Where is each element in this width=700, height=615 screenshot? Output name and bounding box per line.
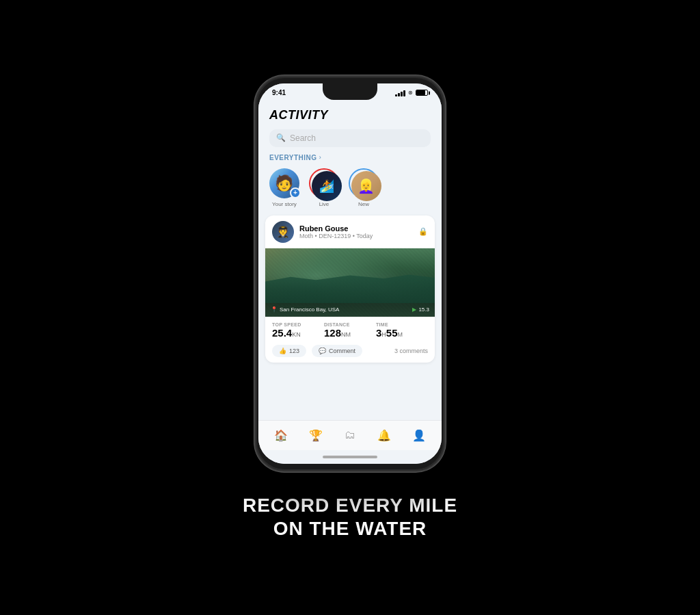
- card-header: 🧑‍✈️ Ruben Gouse Moth • DEN-12319 • Toda…: [265, 215, 435, 248]
- search-icon: 🔍: [276, 133, 286, 142]
- app-content: ACTIVITY 🔍 Search EVERYTHING ›: [258, 103, 442, 420]
- story-add-badge: +: [290, 187, 301, 198]
- thumbs-up-icon: 👍: [279, 348, 286, 354]
- bottom-nav: 🏠 🏆 🗂 🔔 👤: [258, 420, 442, 450]
- stat-value-time: 3H55M: [376, 327, 428, 339]
- user-avatar: 🧑‍✈️: [272, 221, 294, 243]
- search-placeholder: Search: [290, 133, 316, 143]
- story-label-your-story: Your story: [272, 201, 297, 207]
- comment-button[interactable]: 💬 Comment: [312, 345, 362, 357]
- battery-fill: [416, 90, 425, 95]
- stat-value-distance: 128NM: [324, 327, 376, 339]
- play-icon: ▶: [412, 306, 416, 313]
- stat-distance: DISTANCE 128NM: [324, 322, 376, 339]
- stat-label-time: TIME: [376, 322, 428, 327]
- phone-device: 9:41 ⊛ ACTIV: [254, 75, 446, 472]
- stat-label-speed: TOP SPEED: [272, 322, 324, 327]
- activity-title: ACTIVITY: [269, 108, 431, 122]
- lock-icon: 🔒: [418, 227, 428, 236]
- home-bar: [323, 456, 377, 458]
- comment-icon: 💬: [319, 348, 326, 354]
- nav-trophy[interactable]: 🏆: [298, 429, 332, 442]
- tagline: RECORD EVERY MILE ON THE WATER: [243, 494, 457, 540]
- user-details: Ruben Gouse Moth • DEN-12319 • Today: [299, 224, 373, 239]
- comments-count: 3 comments: [394, 348, 428, 354]
- user-meta: Moth • DEN-12319 • Today: [299, 233, 373, 239]
- stories-row: + Your story Live: [258, 166, 442, 213]
- signal-bar-4: [403, 90, 405, 96]
- nav-notifications[interactable]: 🔔: [367, 429, 401, 442]
- status-icons: ⊛: [395, 90, 428, 96]
- like-count: 123: [289, 348, 299, 354]
- story-label-live: Live: [319, 201, 329, 207]
- wifi-icon: ⊛: [408, 90, 413, 96]
- story-avatar-img-live: [312, 171, 342, 201]
- story-avatar-new: [349, 168, 379, 198]
- actions-row: 👍 123 💬 Comment 3 comments: [265, 345, 435, 363]
- nav-home[interactable]: 🏠: [264, 429, 298, 442]
- battery-icon: [416, 90, 428, 96]
- stat-value-speed: 25.4KN: [272, 327, 324, 339]
- phone-screen: 9:41 ⊛ ACTIV: [258, 83, 442, 464]
- chevron-right-icon: ›: [319, 154, 321, 161]
- location-pin-icon: 📍: [271, 306, 278, 313]
- map-location-text: San Francisco Bay, USA: [280, 306, 339, 313]
- phone-notch: [323, 83, 377, 100]
- signal-bars-icon: [395, 90, 405, 96]
- map-container[interactable]: 📍 San Francisco Bay, USA ▶ 15.3: [265, 248, 435, 317]
- comment-label: Comment: [329, 348, 355, 354]
- story-avatar-img-new: [351, 171, 381, 201]
- nav-profile[interactable]: 👤: [402, 429, 436, 442]
- story-new[interactable]: New: [349, 168, 379, 207]
- signal-bar-2: [398, 93, 400, 96]
- like-button[interactable]: 👍 123: [272, 345, 306, 357]
- home-indicator: [258, 450, 442, 464]
- nav-activity[interactable]: 🗂: [333, 429, 367, 441]
- card-user-info: 🧑‍✈️ Ruben Gouse Moth • DEN-12319 • Toda…: [272, 221, 373, 243]
- map-speed: ▶ 15.3: [412, 306, 429, 313]
- everything-label: EVERYTHING: [269, 154, 317, 161]
- signal-bar-1: [395, 94, 397, 96]
- everything-row[interactable]: EVERYTHING ›: [258, 150, 442, 166]
- story-your-story[interactable]: + Your story: [269, 168, 299, 207]
- stats-row: TOP SPEED 25.4KN DISTANCE 128NM: [265, 317, 435, 345]
- story-live[interactable]: Live: [309, 168, 339, 207]
- stat-top-speed: TOP SPEED 25.4KN: [272, 322, 324, 339]
- app-header: ACTIVITY: [258, 103, 442, 127]
- user-name: Ruben Gouse: [299, 224, 373, 233]
- story-avatar-live: [309, 168, 339, 198]
- map-speed-value: 15.3: [418, 306, 429, 313]
- tagline-line1: RECORD EVERY MILE ON THE WATER: [243, 494, 457, 540]
- map-bottom-bar: 📍 San Francisco Bay, USA ▶ 15.3: [265, 303, 435, 317]
- search-bar[interactable]: 🔍 Search: [269, 129, 431, 147]
- map-location: 📍 San Francisco Bay, USA: [271, 306, 339, 313]
- story-label-new: New: [358, 201, 369, 207]
- activity-card: 🧑‍✈️ Ruben Gouse Moth • DEN-12319 • Toda…: [265, 215, 435, 363]
- stat-label-distance: DISTANCE: [324, 322, 376, 327]
- status-time: 9:41: [272, 89, 286, 96]
- signal-bar-3: [401, 92, 403, 96]
- stat-time: TIME 3H55M: [376, 322, 428, 339]
- story-avatar-your-story: +: [269, 168, 299, 198]
- page-wrapper: 9:41 ⊛ ACTIV: [243, 75, 457, 540]
